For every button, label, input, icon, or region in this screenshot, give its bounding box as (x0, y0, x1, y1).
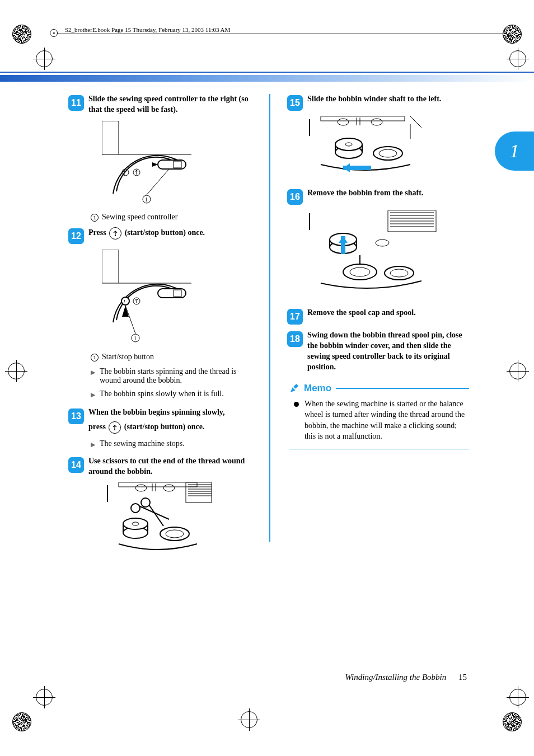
step-number-badge: 15 (287, 95, 303, 111)
top-rule (0, 72, 534, 73)
crop-ornament-icon (503, 25, 522, 44)
step-text: Slide the sewing speed controller to the… (88, 94, 252, 115)
svg-point-29 (163, 485, 175, 491)
illustration-speed-controller: · ·· ··· ! 1 (102, 121, 252, 207)
step-text: Swing down the bobbin thread spool pin, … (307, 330, 471, 373)
triangle-bullet-icon: ▶ (91, 439, 95, 449)
sub-bullet: ▶ The bobbin starts spinning and the thr… (91, 367, 252, 385)
svg-point-71 (376, 240, 389, 246)
svg-rect-15 (174, 290, 181, 297)
remove-bobbin-svg (304, 210, 438, 294)
bullet-text: The bobbin spins slowly when it is full. (100, 389, 224, 400)
svg-rect-81 (293, 384, 298, 389)
step-text: Remove the spool cap and spool. (307, 308, 471, 318)
step-text: Use scissors to cut the end of the threa… (88, 456, 252, 477)
svg-point-60 (345, 143, 352, 146)
callout-label: Sewing speed controller (102, 213, 177, 222)
callout-1: 1 Start/stop button (91, 353, 252, 361)
memo-pen-icon (289, 383, 299, 393)
registration-mark-icon (36, 689, 53, 706)
svg-point-45 (141, 498, 150, 507)
memo-footer-rule (289, 449, 469, 449)
svg-line-22 (125, 306, 135, 334)
running-header: S2_brotherE.book Page 15 Thursday, Febru… (63, 26, 232, 33)
svg-rect-30 (186, 482, 212, 503)
svg-point-77 (350, 267, 370, 276)
press-button-svg: · ·· ··· ! 1 (102, 250, 203, 345)
registration-mark-icon (509, 50, 526, 67)
svg-point-11 (115, 235, 116, 236)
memo-box: Memo When the sewing machine is started … (287, 383, 471, 449)
svg-point-17 (121, 297, 129, 305)
svg-text:1: 1 (134, 335, 137, 341)
callout-number-icon: 1 (91, 214, 99, 222)
svg-point-62 (379, 149, 397, 157)
crop-ornament-icon (12, 25, 31, 44)
svg-rect-3 (174, 161, 181, 168)
svg-line-10 (147, 169, 169, 195)
svg-text:1: 1 (145, 196, 148, 203)
memo-title: Memo (304, 383, 331, 394)
step-number-badge: 12 (68, 228, 84, 244)
bullet-text: The sewing machine stops. (100, 439, 185, 449)
svg-text:·  ··  ···: · ·· ··· (153, 154, 163, 160)
text-before: Press (88, 228, 108, 237)
step-number-badge: 18 (287, 331, 303, 347)
step-number-badge: 14 (68, 457, 84, 473)
registration-mark-icon (8, 363, 25, 379)
step-13: 13 When the bobbin begins spinning slowl… (68, 407, 252, 434)
svg-text:!: ! (124, 299, 125, 304)
svg-point-43 (166, 530, 184, 538)
callout-1: 1 Sewing speed controller (91, 213, 252, 222)
svg-text:·  ··  ···: · ·· ··· (153, 283, 163, 289)
crop-ornament-icon (12, 712, 31, 731)
svg-text:!: ! (124, 170, 125, 176)
svg-line-54 (410, 116, 421, 128)
svg-rect-12 (102, 250, 119, 283)
svg-point-50 (338, 119, 349, 125)
column-divider (269, 94, 270, 542)
triangle-bullet-icon: ▶ (91, 389, 95, 400)
step-12: 12 Press (start/stop button) once. (68, 227, 252, 244)
illustration-remove-bobbin (304, 210, 471, 297)
step-text: Slide the bobbin winder shaft to the lef… (307, 94, 471, 105)
step-15: 15 Slide the bobbin winder shaft to the … (287, 94, 471, 111)
text-after: (start/stop button) once. (124, 422, 205, 431)
right-column: 15 Slide the bobbin winder shaft to the … (287, 94, 471, 569)
triangle-bullet-icon: ▶ (91, 367, 95, 385)
start-stop-icon (109, 227, 121, 240)
registration-mark-icon (509, 689, 526, 706)
step-18: 18 Swing down the bobbin thread spool pi… (287, 330, 471, 373)
step-line-1: When the bobbin begins spinning slowly, (88, 407, 252, 418)
svg-rect-25 (119, 482, 197, 487)
header-rule (55, 34, 505, 34)
memo-header: Memo (289, 383, 469, 394)
step-11: 11 Slide the sewing speed controller to … (68, 94, 252, 115)
memo-text: When the sewing machine is started or th… (305, 398, 469, 442)
chapter-tab: 1 (495, 132, 534, 171)
step-text: Press (start/stop button) once. (88, 227, 252, 240)
illustration-press-button: · ·· ··· ! 1 (102, 250, 252, 347)
footer-section: Winding/Installing the Bobbin (345, 673, 446, 682)
slide-left-svg (304, 116, 427, 178)
scissors-svg (102, 482, 214, 561)
sub-bullet: ▶ The bobbin spins slowly when it is ful… (91, 389, 252, 400)
svg-point-41 (132, 522, 139, 525)
svg-rect-0 (102, 121, 119, 154)
svg-point-53 (371, 119, 382, 125)
step-text: Remove the bobbin from the shaft. (307, 188, 471, 199)
speed-controller-svg: · ·· ··· ! 1 (102, 121, 203, 205)
left-column: 11 Slide the sewing speed controller to … (68, 94, 252, 569)
top-gradient-band (0, 75, 534, 82)
callout-number-icon: 1 (91, 354, 99, 361)
step-14: 14 Use scissors to cut the end of the th… (68, 456, 252, 477)
step-17: 17 Remove the spool cap and spool. (287, 308, 471, 325)
svg-rect-49 (321, 116, 405, 121)
registration-mark-icon (36, 50, 53, 67)
page-footer: Winding/Installing the Bobbin 15 (345, 673, 467, 682)
svg-point-26 (135, 485, 147, 491)
step-16: 16 Remove the bobbin from the shaft. (287, 188, 471, 205)
step-number-badge: 17 (287, 309, 303, 325)
svg-point-80 (390, 269, 408, 277)
sub-bullet: ▶ The sewing machine stops. (91, 439, 252, 449)
